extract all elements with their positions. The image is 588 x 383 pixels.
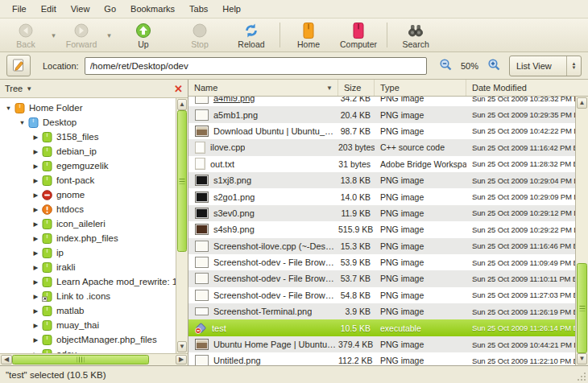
tree-horizontal-scrollbar[interactable]: ◀ ▶ xyxy=(0,353,188,365)
expander-icon[interactable]: ▶ xyxy=(31,192,41,199)
folder-green-icon xyxy=(42,262,52,273)
menu-view[interactable]: View xyxy=(64,2,97,16)
tree-item-learn-apache-mod-rewrite-13-re[interactable]: ▶ Learn Apache mod_rewrite: 13 Real-worl xyxy=(0,274,176,289)
scroll-left-icon[interactable]: ◀ xyxy=(1,355,12,364)
expander-icon[interactable]: ▶ xyxy=(31,163,41,170)
file-row-screenshot-odev-file-browser-2[interactable]: Screenshot-odev - File Browser-2... 54.8… xyxy=(188,287,575,303)
tree-vertical-scrollbar[interactable]: ▲ ▼ xyxy=(176,98,188,353)
tree-item-htdocs[interactable]: ▶ htdocs xyxy=(0,202,176,216)
list-scrollbar-thumb[interactable] xyxy=(577,263,587,353)
scroll-down-icon[interactable]: ▼ xyxy=(577,353,587,364)
view-mode-select[interactable]: List View ▲▼ xyxy=(509,56,582,76)
expander-icon[interactable]: ▶ xyxy=(31,322,41,329)
expander-icon[interactable]: ▼ xyxy=(3,105,14,112)
file-row-out-txt[interactable]: out.txt 31 bytes Adobe Bridge Workspace … xyxy=(188,156,575,172)
file-row-a5mb1-png[interactable]: a5mb1.png 20.4 KB PNG image Sun 25 Oct 2… xyxy=(188,106,575,122)
tree-item-home-folder[interactable]: ▼ Home Folder xyxy=(0,101,176,115)
close-side-pane-button[interactable]: ✕ xyxy=(174,84,183,94)
file-name: Screenshot-odev - File Browser.p... xyxy=(213,257,338,267)
side-pane-mode-dropdown[interactable]: Tree ▼ xyxy=(5,84,32,93)
menu-file[interactable]: File xyxy=(5,2,34,16)
tree-item-ip[interactable]: ▶ ip xyxy=(0,245,176,260)
expander-icon[interactable]: ▶ xyxy=(31,148,41,155)
expander-icon[interactable]: ▶ xyxy=(31,177,41,184)
scroll-down-icon[interactable]: ▼ xyxy=(177,341,187,352)
file-row-a4ml9-png[interactable]: a4ml9.png 34.2 KB PNG image Sun 25 Oct 2… xyxy=(188,97,575,106)
resize-grip[interactable] xyxy=(577,372,587,382)
up-button[interactable]: Up xyxy=(121,19,166,51)
tree-scrollbar-thumb[interactable] xyxy=(177,110,187,252)
file-row-screenshot-odev-file-browser-p[interactable]: Screenshot-odev - File Browser.p... 53.9… xyxy=(188,254,575,270)
tree-item-label: Desktop xyxy=(43,117,77,127)
tree-item-label: ip xyxy=(56,248,64,257)
tree-item-icon-aileleri[interactable]: ▶ icon_aileleri xyxy=(0,216,176,231)
expander-icon[interactable]: ▶ xyxy=(31,264,41,271)
tree-item-odev[interactable]: ▶ odev xyxy=(0,347,176,353)
expander-icon[interactable]: ▶ xyxy=(31,293,41,300)
tree-item-irakli[interactable]: ▶ irakli xyxy=(0,260,176,274)
scroll-up-icon[interactable]: ▲ xyxy=(577,97,587,109)
expander-icon[interactable]: ▶ xyxy=(31,278,41,286)
tree-item-objectmanager-php-files[interactable]: ▶ objectManager.php_files xyxy=(0,332,176,347)
tree-item-font-pack[interactable]: ▶ font-pack xyxy=(0,173,176,187)
file-row-screenshot-terminal-png[interactable]: Screenshot-Terminal.png 3.9 KB PNG image… xyxy=(188,303,575,319)
file-row-ubuntu-home-page-ubuntu-125[interactable]: Ubuntu Home Page | Ubuntu_125... 379.4 K… xyxy=(188,336,575,352)
tree-item-muay-thai[interactable]: ▶ muay_thai xyxy=(0,318,176,332)
menu-bookmarks[interactable]: Bookmarks xyxy=(123,2,182,16)
list-vertical-scrollbar[interactable]: ▲ ▼ xyxy=(575,97,588,365)
column-header-date[interactable]: Date Modified xyxy=(466,80,588,96)
column-header-size[interactable]: Size xyxy=(338,80,375,96)
stop-button[interactable]: Stop xyxy=(177,19,222,51)
tree-item-3158-files[interactable]: ▶ 3158_files xyxy=(0,130,176,144)
expander-icon[interactable]: ▶ xyxy=(31,249,41,257)
scroll-up-icon[interactable]: ▲ xyxy=(177,99,187,110)
search-icon xyxy=(407,22,424,39)
menu-go[interactable]: Go xyxy=(97,2,123,16)
tree-item-gnome[interactable]: ▶ gnome xyxy=(0,187,176,202)
column-header-name[interactable]: Name ▼ xyxy=(188,80,338,96)
forward-button[interactable]: Forward xyxy=(59,19,104,51)
tree-hscrollbar-thumb[interactable] xyxy=(12,355,149,364)
file-row-screenshot-ilove-cpp-desktop[interactable]: Screenshot-ilove.cpp (~-Desktop... 15.3 … xyxy=(188,238,575,254)
file-row-s3ev0-png[interactable]: s3ev0.png 11.9 KB PNG image Sun 25 Oct 2… xyxy=(188,205,575,221)
expander-icon[interactable]: ▶ xyxy=(31,220,41,228)
menu-help[interactable]: Help xyxy=(215,2,248,16)
expander-icon[interactable]: ▶ xyxy=(31,336,41,344)
home-icon xyxy=(300,22,317,39)
location-input[interactable] xyxy=(85,57,427,75)
file-row-screenshot-odev-file-browser-1[interactable]: Screenshot-odev - File Browser-1... 53.7… xyxy=(188,270,575,286)
tree-item-matlab[interactable]: ▶ matlab xyxy=(0,303,176,318)
column-header-type[interactable]: Type xyxy=(375,80,466,96)
tree-item-desktop[interactable]: ▼ Desktop xyxy=(0,115,176,130)
file-row-test[interactable]: test 10.5 KB executable Sun 25 Oct 2009 … xyxy=(188,319,575,336)
expander-icon[interactable]: ▼ xyxy=(17,119,27,126)
file-row-s1xj8-png[interactable]: s1xj8.png 13.8 KB PNG image Sun 25 Oct 2… xyxy=(188,172,575,188)
view-mode-spinner-icon[interactable]: ▲▼ xyxy=(566,56,581,76)
forward-history-dropdown[interactable]: ▾ xyxy=(104,19,114,51)
computer-button[interactable]: Computer xyxy=(336,19,381,51)
expander-icon[interactable]: ▶ xyxy=(31,235,41,242)
scroll-right-icon[interactable]: ▶ xyxy=(176,355,187,364)
expander-icon[interactable]: ▶ xyxy=(31,134,41,141)
back-button[interactable]: Back xyxy=(3,19,48,51)
reload-button[interactable]: Reload xyxy=(229,19,274,51)
file-row-download-ubuntu-ubuntu-1256[interactable]: Download Ubuntu | Ubuntu_1256... 98.7 KB… xyxy=(188,123,575,139)
file-row-untitled-png[interactable]: Untitled.png 112.2 KB PNG image Sun 25 O… xyxy=(188,352,575,365)
back-history-dropdown[interactable]: ▾ xyxy=(48,19,59,51)
edit-location-button[interactable] xyxy=(6,55,31,76)
tree-item-index-php-files[interactable]: ▶ index.php_files xyxy=(0,231,176,245)
zoom-in-button[interactable] xyxy=(486,58,502,74)
file-row-s4sh9-png[interactable]: s4sh9.png 515.9 KB PNG image Sun 25 Oct … xyxy=(188,221,575,237)
tree-item-egemguzelik[interactable]: ▶ egemguzelik xyxy=(0,159,176,173)
tree-item-link-to-icons[interactable]: ▶ Link to .icons xyxy=(0,289,176,303)
home-button[interactable]: Home xyxy=(286,19,331,51)
search-button[interactable]: Search xyxy=(393,19,438,51)
zoom-out-button[interactable] xyxy=(437,58,453,74)
file-row-s2go1-png[interactable]: s2go1.png 14.0 KB PNG image Sun 25 Oct 2… xyxy=(188,188,575,204)
tree-item-debian-ip[interactable]: ▶ debian_ip xyxy=(0,144,176,159)
expander-icon[interactable]: ▶ xyxy=(31,206,41,213)
file-row-ilove-cpp[interactable]: ilove.cpp 203 bytes C++ source code Sun … xyxy=(188,139,575,155)
menu-edit[interactable]: Edit xyxy=(34,2,64,16)
expander-icon[interactable]: ▶ xyxy=(31,307,41,315)
menu-tabs[interactable]: Tabs xyxy=(182,2,215,16)
